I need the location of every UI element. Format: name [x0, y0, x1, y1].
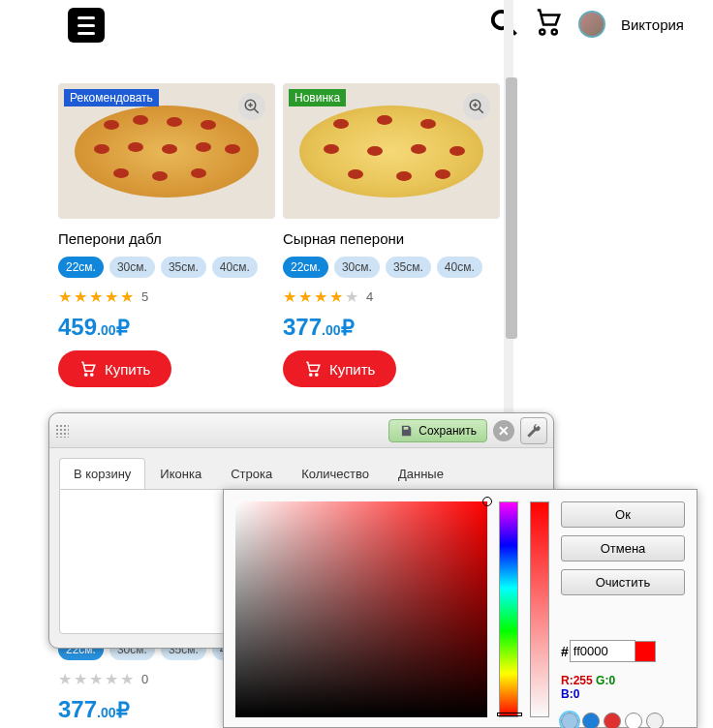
size-option[interactable]: 30см. [109, 257, 155, 278]
cancel-button[interactable]: Отмена [561, 535, 685, 561]
hash-label: # [561, 644, 569, 659]
buy-button[interactable]: Купить [58, 350, 171, 387]
tab-to-cart[interactable]: В корзину [59, 458, 145, 489]
star-icon: ★ [74, 670, 87, 688]
username-label: Виктория [621, 16, 684, 33]
hex-input[interactable] [570, 640, 636, 662]
hex-input-row: # [561, 640, 685, 662]
clear-button[interactable]: Очистить [561, 569, 685, 595]
alpha-slider[interactable] [530, 501, 549, 717]
color-picker-controls: Ок Отмена Очистить # R:255 G:0 B:0 [561, 501, 685, 715]
svg-line-9 [479, 108, 483, 113]
save-button[interactable]: Сохранить [388, 419, 487, 442]
star-icon: ★ [89, 670, 103, 688]
menu-button[interactable] [68, 8, 105, 43]
editor-toolbar: Сохранить ✕ [49, 413, 553, 448]
product-card: Рекомендовать Пеперони дабл 22см. 30см. … [58, 83, 275, 387]
swatch[interactable] [561, 713, 578, 728]
hue-cursor[interactable] [497, 713, 522, 716]
size-option[interactable]: 35см. [161, 257, 206, 278]
svg-point-7 [91, 374, 93, 376]
star-icon: ★ [58, 288, 72, 306]
badge-new: Новинка [289, 89, 346, 106]
size-option[interactable]: 22см. [58, 257, 104, 278]
size-option[interactable]: 40см. [437, 257, 482, 278]
product-price: 459.00₽ [58, 314, 275, 341]
swatch[interactable] [582, 713, 600, 728]
star-icon: ★ [298, 288, 312, 306]
cart-icon[interactable] [534, 8, 563, 41]
saturation-cursor[interactable] [482, 497, 492, 506]
rating: ★★★★★ 4 [283, 288, 500, 306]
avatar[interactable] [578, 11, 605, 38]
tab-data[interactable]: Данные [384, 458, 458, 489]
size-option[interactable]: 35см. [386, 257, 431, 278]
star-icon: ★ [120, 288, 134, 306]
star-icon: ★ [329, 288, 343, 306]
product-title: Сырная пеперони [283, 230, 500, 247]
star-icon: ★ [89, 288, 103, 306]
size-selector: 22см. 30см. 35см. 40см. [283, 257, 500, 278]
product-grid: Рекомендовать Пеперони дабл 22см. 30см. … [0, 48, 713, 397]
tab-string[interactable]: Строка [216, 458, 287, 489]
size-option[interactable]: 30см. [334, 257, 380, 278]
tab-icon[interactable]: Иконка [145, 458, 216, 489]
swatch[interactable] [604, 713, 621, 728]
zoom-icon[interactable] [463, 93, 490, 120]
app-header: Виктория [0, 0, 713, 48]
size-option[interactable]: 22см. [283, 257, 328, 278]
close-icon[interactable]: ✕ [493, 420, 514, 441]
rating-count: 0 [141, 672, 148, 686]
size-selector: 22см. 30см. 35см. 40см. [58, 257, 275, 278]
buy-button[interactable]: Купить [283, 350, 396, 387]
rating: ★★★★★ 5 [58, 288, 275, 306]
product-title: Пеперони дабл [58, 230, 275, 247]
star-icon: ★ [58, 670, 72, 688]
star-icon: ★ [74, 288, 87, 306]
star-icon: ★ [345, 288, 358, 306]
ok-button[interactable]: Ок [561, 501, 685, 528]
star-icon: ★ [120, 670, 134, 688]
color-preview [635, 641, 656, 662]
drag-handle[interactable] [55, 424, 69, 438]
settings-icon[interactable] [520, 417, 547, 444]
editor-tabs: В корзину Иконка Строка Количество Данны… [49, 448, 553, 489]
svg-point-6 [85, 374, 87, 376]
star-icon: ★ [283, 288, 296, 306]
rating-count: 4 [366, 289, 373, 304]
rating-count: 5 [141, 289, 148, 304]
scrollbar-thumb[interactable] [506, 77, 517, 339]
zoom-icon[interactable] [238, 93, 265, 120]
svg-point-12 [310, 374, 312, 376]
color-swatches [561, 713, 685, 728]
hue-slider[interactable] [499, 501, 518, 717]
star-icon: ★ [314, 288, 327, 306]
svg-point-13 [316, 374, 318, 376]
star-icon: ★ [105, 288, 118, 306]
tab-quantity[interactable]: Количество [287, 458, 384, 489]
size-option[interactable]: 40см. [212, 257, 258, 278]
badge-recommend: Рекомендовать [64, 89, 159, 106]
product-price: 377.00₽ [283, 314, 500, 341]
swatch[interactable] [625, 713, 642, 728]
rgb-readout: R:255 G:0 B:0 [561, 674, 685, 701]
swatch[interactable] [646, 713, 664, 728]
svg-line-3 [254, 108, 259, 113]
product-card: Новинка Сырная пеперони 22см. 30см. 35см… [283, 83, 500, 387]
color-picker: Ок Отмена Очистить # R:255 G:0 B:0 [223, 489, 698, 728]
star-icon: ★ [105, 670, 118, 688]
saturation-box[interactable] [235, 501, 487, 717]
